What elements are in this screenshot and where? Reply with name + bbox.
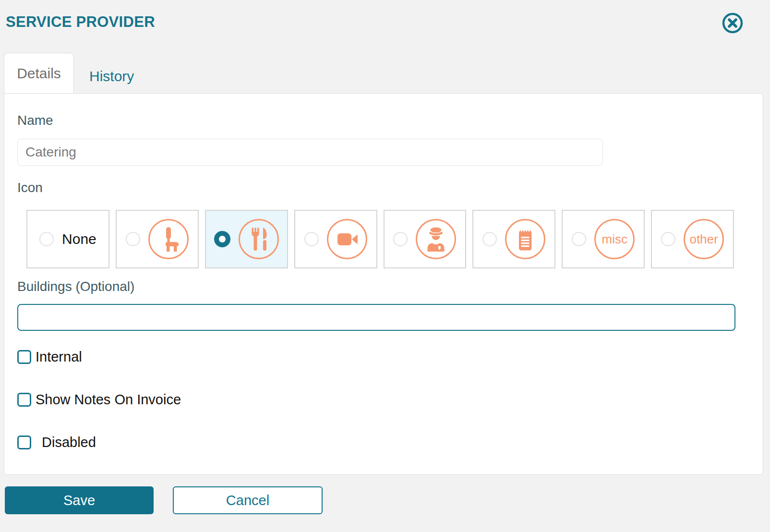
name-input[interactable] [17,139,603,166]
page-title: SERVICE PROVIDER [6,13,155,31]
icon-option-guard[interactable] [384,210,467,268]
icon-option-other[interactable]: other [651,210,734,268]
radio-utensils-selected[interactable] [214,231,230,247]
cancel-button[interactable]: Cancel [173,486,323,514]
service-provider-modal: SERVICE PROVIDER Details History Name Ic… [0,0,770,514]
icon-label: Icon [17,180,749,195]
radio-misc[interactable] [572,232,586,246]
buildings-label: Buildings (Optional) [17,279,749,294]
close-button[interactable] [721,12,744,35]
disabled-checkbox-label: Disabled [42,435,96,450]
show-notes-checkbox-row: Show Notes On Invoice [17,392,749,408]
disabled-checkbox-row: Disabled [17,435,749,450]
internal-checkbox-label: Internal [36,349,82,365]
other-text-icon: other [684,219,724,259]
radio-other[interactable] [661,232,675,246]
radio-video[interactable] [304,232,319,246]
tab-details[interactable]: Details [4,53,74,93]
internal-checkbox[interactable] [17,350,31,364]
utensils-icon [239,219,279,259]
icon-option-notepad[interactable] [472,210,555,268]
buildings-input[interactable] [17,304,735,331]
radio-notepad[interactable] [482,232,497,246]
internal-checkbox-row: Internal [17,349,749,365]
modal-header: SERVICE PROVIDER [4,0,763,35]
save-button[interactable]: Save [5,486,154,514]
show-notes-on-invoice-checkbox[interactable] [17,393,31,407]
icon-option-label: None [62,231,96,247]
icon-option-label: misc [602,232,627,247]
icon-option-utensils[interactable] [205,210,288,268]
action-buttons: Save Cancel [5,486,763,514]
security-guard-icon [416,219,456,259]
notepad-icon [505,219,545,259]
icon-option-label: other [689,232,718,247]
details-tab-panel: Name Icon None [4,93,763,475]
disabled-checkbox[interactable] [17,435,31,449]
radio-none[interactable] [39,232,54,246]
show-notes-checkbox-label: Show Notes On Invoice [36,392,181,408]
circle-x-icon [721,12,744,35]
tab-bar: Details History [4,53,763,93]
icon-option-none[interactable]: None [26,210,109,268]
radio-guard[interactable] [393,232,408,246]
icon-option-chair[interactable] [116,210,199,268]
chair-icon [148,219,189,259]
video-camera-icon [327,219,367,259]
name-label: Name [17,113,749,128]
radio-chair[interactable] [126,232,140,246]
icon-option-misc[interactable]: misc [562,210,645,268]
icon-option-group: None [26,210,734,268]
icon-option-video[interactable] [294,210,377,268]
misc-text-icon: misc [594,219,635,259]
tab-history[interactable]: History [74,53,148,93]
